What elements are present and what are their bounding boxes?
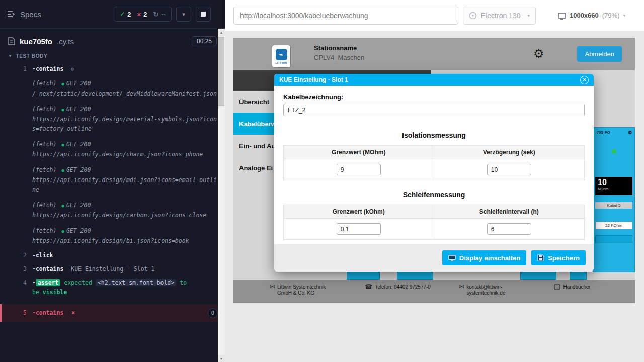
slot-action-button[interactable] <box>595 235 632 243</box>
save-button[interactable]: Speichern <box>531 250 586 265</box>
app-under-test: ⌁ LITTWIN Stationsname CPLV4_Maschen ⚙ A… <box>233 38 635 303</box>
email-text: kontakt@littwin-systemtechnik.de <box>466 284 526 296</box>
fetch-log-entry[interactable]: (fetch)●GET 200 /_next/static/developmen… <box>0 76 225 102</box>
stop-run-button[interactable] <box>196 7 211 22</box>
spec-title-row[interactable]: kue705fo .cy.ts 00:25 <box>0 29 225 51</box>
iso-table: Grenzwert (MOhm) Verzögerung (sek) <box>283 145 585 180</box>
loop-table-header: Grenzwert (kOhm) Schleifenintervall (h) <box>284 205 584 219</box>
partial-button[interactable] <box>397 272 433 280</box>
chevron-down-icon: ▼ <box>8 54 13 58</box>
scroll-up-button[interactable]: ▲ <box>218 29 225 36</box>
command-number: 5 <box>23 308 27 318</box>
close-icon: ✕ <box>583 77 587 82</box>
iso-table-header: Grenzwert (MOhm) Verzögerung (sek) <box>284 146 584 159</box>
command-name: -click <box>32 252 53 259</box>
fetch-log-entry[interactable]: (fetch)●GET 200 https://api.iconify.desi… <box>0 137 225 162</box>
loop-cell-2 <box>434 219 585 239</box>
fetch-status: GET 200 <box>66 166 91 173</box>
mail-icon: ✉ <box>270 284 275 290</box>
command-number: 3 <box>23 264 27 274</box>
station-name: CPLV4_Maschen <box>314 54 364 61</box>
command-row[interactable]: 2 -click <box>0 249 225 262</box>
status-dot-icon: ● <box>61 168 64 173</box>
status-dot-icon: ● <box>61 107 64 112</box>
iso-cell-2 <box>434 159 585 180</box>
stop-icon <box>201 12 206 17</box>
resistance-chip: 22 KOhm <box>595 222 632 229</box>
fetch-url: https://api.iconify.design/mdi.json?icon… <box>32 175 217 195</box>
assert-visible: visible <box>43 289 67 296</box>
phone-text: Telefon: 04402 972577-0 <box>375 284 431 290</box>
station-label: Stationsname <box>314 44 364 52</box>
nav-item-analoge[interactable]: Analoge Ei <box>233 157 274 179</box>
iso-col2-header: Verzögerung (sek) <box>434 146 585 159</box>
device-name: -705-FO <box>595 130 610 135</box>
loop-intervall-input[interactable] <box>487 223 531 235</box>
assert-dash: - <box>32 279 36 286</box>
collapse-button[interactable]: ▾ <box>176 7 191 22</box>
viewport-selector[interactable]: 1000x660 (79%) ▾ <box>552 7 631 25</box>
nav-item-ein-aus[interactable]: Ein- und Au <box>233 135 274 157</box>
kabel-name-input[interactable] <box>283 104 585 116</box>
book-icon <box>554 284 560 290</box>
partial-button[interactable] <box>520 272 556 280</box>
fetch-log-entry[interactable]: (fetch)●GET 200 https://api.iconify.desi… <box>0 198 225 223</box>
settings-gear-icon[interactable]: ⚙ <box>533 47 544 61</box>
kabel-chip: Kabel 5 <box>595 202 632 209</box>
footer-manuals[interactable]: Handbücher <box>554 284 590 290</box>
partial-button[interactable] <box>570 272 587 280</box>
iso-grenzwert-input[interactable] <box>337 164 381 175</box>
command-number: 4 <box>23 278 27 288</box>
command-name: -contains <box>32 265 63 273</box>
fetch-tag: (fetch) <box>32 166 56 173</box>
fetch-log-entry[interactable]: (fetch)●GET 200 https://api.iconify.desi… <box>0 223 225 249</box>
sidebar-scrollbar[interactable]: ▲ ▼ <box>218 29 225 362</box>
refresh-icon: ↻ <box>153 11 158 18</box>
command-name: -contains <box>32 309 63 316</box>
scrollbar-thumb[interactable] <box>218 37 224 106</box>
fetch-log-entry[interactable]: (fetch)●GET 200 https://api.iconify.desi… <box>0 162 225 198</box>
fetch-url: https://api.iconify.design/material-symb… <box>32 115 217 134</box>
nav-item-uebersicht[interactable]: Übersicht <box>233 90 274 113</box>
fetch-status: GET 200 <box>66 202 91 209</box>
stats-box[interactable]: ✓ 2 × 2 ↻ -- <box>114 7 172 22</box>
modal-close-button[interactable]: ✕ <box>580 76 589 84</box>
command-row[interactable]: 3 -contains KUE Einstellung - Slot 1 <box>0 262 225 276</box>
partial-button[interactable] <box>347 272 380 280</box>
logout-button[interactable]: Abmelden <box>577 46 622 62</box>
browser-name: Electron 130 <box>481 12 521 20</box>
fetch-url: https://api.iconify.design/bi.json?icons… <box>32 236 217 246</box>
command-row[interactable]: 1 -contains ⚙ <box>0 62 225 76</box>
iso-col1-header: Grenzwert (MOhm) <box>284 146 434 159</box>
app-nav: Übersicht Kabelüberw Ein- und Au Analoge… <box>233 90 274 179</box>
nav-item-kabelueberwachung[interactable]: Kabelüberw <box>233 113 274 135</box>
specs-menu-button[interactable]: Specs <box>7 10 41 19</box>
triangle-up-icon: ▲ <box>220 31 223 34</box>
loop-grenzwert-input[interactable] <box>337 223 381 235</box>
nav-label: Ein- und Au <box>239 142 274 150</box>
address-bar[interactable] <box>233 7 458 25</box>
loop-col2-header: Schleifenintervall (h) <box>434 205 585 218</box>
iso-verzoegerung-input[interactable] <box>487 164 531 175</box>
loop-heading: Schleifenmessung <box>283 191 585 199</box>
iso-table-row <box>284 159 584 180</box>
scroll-down-button[interactable]: ▼ <box>218 355 225 362</box>
loop-table-row <box>284 219 584 239</box>
fetch-url: /_next/static/development/_devMiddleware… <box>32 89 217 99</box>
fetch-log-entry[interactable]: (fetch)●GET 200 https://api.iconify.desi… <box>0 102 225 137</box>
slot-gear-icon[interactable]: ⚙ <box>628 130 632 135</box>
test-body-toggle[interactable]: ▼ TEST BODY <box>0 51 225 62</box>
station-info: Stationsname CPLV4_Maschen <box>314 44 364 61</box>
fetch-tag: (fetch) <box>32 202 56 209</box>
slot-card: -705-FO ⚙ 10 MOhm Kabel 5 22 KOhm <box>593 127 635 272</box>
display-on-button[interactable]: Display einschalten <box>442 250 526 265</box>
iso-heading: Isolationsmessung <box>283 131 585 139</box>
cypress-run-stats: ✓ 2 × 2 ↻ -- ▾ <box>114 7 211 22</box>
display-icon <box>448 255 456 261</box>
failed-command-row[interactable]: 5 -contains × 0 <box>0 304 225 322</box>
failed-count: 2 <box>143 11 147 18</box>
spec-name: kue705fo <box>20 37 52 46</box>
browser-selector[interactable]: Electron 130 ▾ <box>463 7 536 25</box>
assert-command-row[interactable]: 4 -assertexpected<h2.text-sm.font-bold>t… <box>0 276 225 299</box>
fetch-status: GET 200 <box>66 227 91 234</box>
